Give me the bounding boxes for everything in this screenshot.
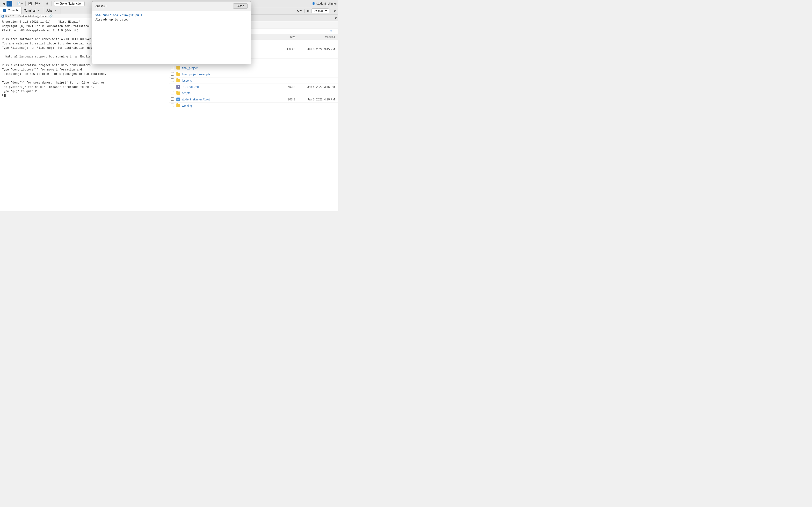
console-path-text: R 4.1.2 · ~/Desktop/student_skinner/: [5, 15, 48, 18]
folder-icon: [176, 92, 180, 95]
terminal-close-icon[interactable]: ✕: [37, 9, 40, 12]
gear-icon: ⚙: [297, 9, 300, 12]
file-name-text[interactable]: working: [182, 104, 192, 107]
file-name-col: lessons: [176, 79, 279, 82]
file-checkbox-col: [170, 91, 176, 95]
file-checkbox[interactable]: [170, 104, 174, 107]
file-checkbox[interactable]: [170, 85, 174, 88]
folder-icon: [176, 79, 180, 82]
user-icon: 👤: [312, 2, 315, 5]
file-modified-text: Jan 6, 2022, 3:45 PM: [298, 85, 337, 89]
console-cursor: [4, 94, 6, 97]
file-size-text: 653 B: [279, 85, 298, 89]
save-button[interactable]: 💾: [27, 1, 33, 6]
header-size-label: Size: [290, 36, 295, 38]
header-modified-label: Modified: [325, 36, 335, 38]
breadcrumb-right-icon[interactable]: ⊞: [329, 30, 332, 33]
vcs-icon: ⊞: [307, 9, 310, 12]
nav-back-button[interactable]: ◀: [1, 1, 6, 6]
file-list: ⬆..G.gitignore1.8 KBJan 6, 2022, 3:45 PM…: [169, 40, 338, 211]
prompt-symbol: >: [2, 94, 4, 97]
file-row[interactable]: final_project_example: [169, 71, 338, 77]
file-name-text[interactable]: lessons: [182, 79, 192, 82]
refresh-right-button[interactable]: ↻: [333, 9, 337, 13]
modal-close-button[interactable]: Close: [233, 3, 248, 9]
new-file-button[interactable]: 📄 ▾: [16, 1, 24, 6]
separator-3: [43, 1, 43, 6]
user-label-container: 👤 student_skinner: [312, 2, 337, 5]
file-row[interactable]: scripts: [169, 90, 338, 96]
file-modified-text: Jan 6, 2022, 3:45 PM: [298, 48, 337, 51]
file-name-text[interactable]: README.md: [182, 85, 199, 89]
username-label: student_skinner: [316, 2, 337, 5]
file-checkbox[interactable]: [170, 66, 174, 69]
file-row[interactable]: MDREADME.md653 BJan 6, 2022, 3:45 PM: [169, 84, 338, 90]
branch-dropdown-icon: ▾: [325, 9, 327, 12]
vcs-icon-button[interactable]: ⊞: [306, 9, 311, 13]
folder-icon: [176, 104, 180, 107]
console-prompt: >: [2, 94, 167, 97]
rproj-icon: R: [176, 98, 180, 101]
file-checkbox[interactable]: [170, 97, 174, 101]
file-modified-text: Jan 6, 2022, 4:20 PM: [298, 98, 337, 101]
file-row[interactable]: working: [169, 103, 338, 109]
branch-label: main: [318, 9, 324, 12]
file-size-text: 203 B: [279, 98, 298, 101]
gear-button[interactable]: ⚙▾: [296, 9, 303, 13]
file-checkbox-col: [170, 78, 176, 82]
file-name-text[interactable]: student_skinner.Rproj: [182, 98, 209, 101]
modal-output-text: Already up to date.: [95, 18, 248, 21]
file-row[interactable]: final_project: [169, 65, 338, 71]
file-checkbox-col: [170, 66, 176, 70]
tab-jobs[interactable]: Jobs ✕: [43, 7, 60, 14]
file-size-text: 1.8 KB: [279, 48, 298, 51]
console-path-link-icon: 🔗: [49, 14, 53, 18]
r-path-icon: R: [1, 15, 4, 18]
file-row[interactable]: lessons: [169, 77, 338, 84]
jobs-tab-label: Jobs: [46, 9, 52, 12]
modal-body: >>> /usr/local/bin/git pull Already up t…: [92, 11, 251, 64]
file-checkbox-col: [170, 85, 176, 89]
file-checkbox[interactable]: [170, 72, 174, 75]
console-tab-label: Console: [8, 9, 18, 12]
goto-file-label: Go to file/function: [60, 2, 82, 5]
header-modified-col[interactable]: Modified: [298, 36, 337, 38]
file-name-col: scripts: [176, 92, 279, 95]
save-all-button[interactable]: 💾+: [34, 1, 41, 6]
file-checkbox[interactable]: [170, 91, 174, 95]
folder-icon: [176, 73, 180, 76]
tab-terminal[interactable]: Terminal ✕: [21, 7, 43, 14]
rt-sep-1: [304, 9, 305, 13]
rstudio-logo: R: [6, 1, 12, 6]
git-pull-modal[interactable]: Git Pull Close >>> /usr/local/bin/git pu…: [92, 1, 251, 64]
header-size-col[interactable]: Size: [279, 36, 298, 38]
breadcrumb-dots-button[interactable]: …: [333, 29, 337, 33]
file-name-col: final_project: [176, 66, 279, 70]
modal-title: Git Pull: [95, 4, 107, 8]
file-row[interactable]: Rstudent_skinner.Rproj203 BJan 6, 2022, …: [169, 96, 338, 103]
file-name-text[interactable]: scripts: [182, 92, 191, 95]
goto-file-arrow-icon: ⇨: [56, 2, 59, 5]
branch-button[interactable]: ⎇ main ▾: [311, 8, 329, 13]
files-refresh-button[interactable]: ↻: [333, 16, 338, 20]
file-checkbox-col: [170, 72, 176, 76]
file-checkbox-col: [170, 104, 176, 108]
file-name-text[interactable]: final_project: [182, 66, 198, 70]
file-checkbox-col: [170, 97, 176, 101]
file-checkbox[interactable]: [170, 78, 174, 82]
file-name-col: final_project_example: [176, 73, 279, 76]
modal-command-text: >>> /usr/local/bin/git pull: [95, 14, 248, 17]
terminal-tab-label: Terminal: [24, 9, 35, 12]
tab-console[interactable]: R Console: [0, 7, 21, 14]
file-name-col: MDREADME.md: [176, 85, 279, 89]
print-button[interactable]: 🖨: [45, 1, 50, 6]
file-name-col: working: [176, 104, 279, 107]
r-console-icon: R: [3, 9, 6, 12]
file-name-col: Rstudent_skinner.Rproj: [176, 98, 279, 101]
goto-file-button[interactable]: ⇨ Go to file/function: [54, 1, 84, 6]
file-name-text[interactable]: final_project_example: [182, 73, 210, 76]
modal-titlebar: Git Pull Close: [92, 1, 251, 11]
rt-sep-2: [331, 9, 331, 13]
jobs-close-icon[interactable]: ✕: [54, 9, 57, 12]
branch-icon: ⎇: [314, 9, 317, 12]
